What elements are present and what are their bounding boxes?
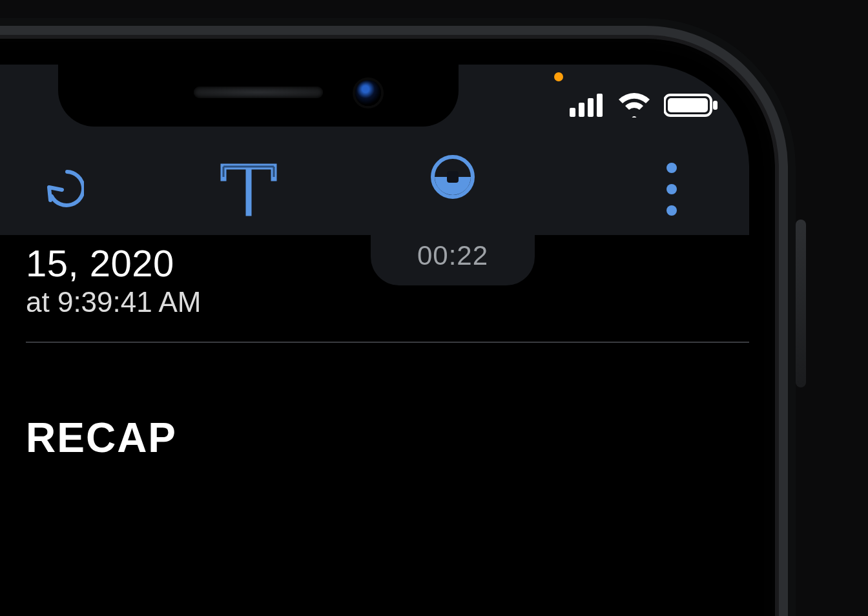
phone-screen: 00:22 15, 2020 at 9:39:41 AM RECAP [0,65,749,616]
front-camera [355,80,381,106]
svg-rect-14 [447,171,459,183]
phone-frame: 00:22 15, 2020 at 9:39:41 AM RECAP [0,39,775,616]
earpiece-speaker [194,87,323,98]
svg-rect-0 [570,108,575,117]
svg-point-9 [666,184,677,194]
undo-button[interactable] [39,160,84,218]
svg-rect-2 [588,98,594,117]
text-style-button[interactable] [220,155,278,220]
wifi-icon [617,93,651,118]
cellular-signal-icon [570,94,604,117]
svg-rect-5 [668,98,708,112]
more-options-button[interactable] [665,160,698,218]
stop-recording-button[interactable] [431,155,475,199]
note-document[interactable]: 15, 2020 at 9:39:41 AM RECAP [0,235,749,616]
notch [58,65,459,127]
svg-rect-1 [579,103,584,117]
divider [26,342,749,343]
recording-pill: 00:22 [371,139,535,285]
note-heading: RECAP [26,414,749,462]
svg-rect-3 [597,94,603,117]
svg-point-8 [666,163,677,173]
battery-icon [664,93,718,118]
microphone-in-use-dot-icon [554,72,563,81]
svg-rect-6 [713,101,718,110]
svg-point-10 [666,205,677,216]
recording-elapsed-time: 00:22 [371,240,535,271]
note-time: at 9:39:41 AM [26,286,749,318]
power-button[interactable] [796,220,806,387]
stage: 00:22 15, 2020 at 9:39:41 AM RECAP [0,0,868,616]
